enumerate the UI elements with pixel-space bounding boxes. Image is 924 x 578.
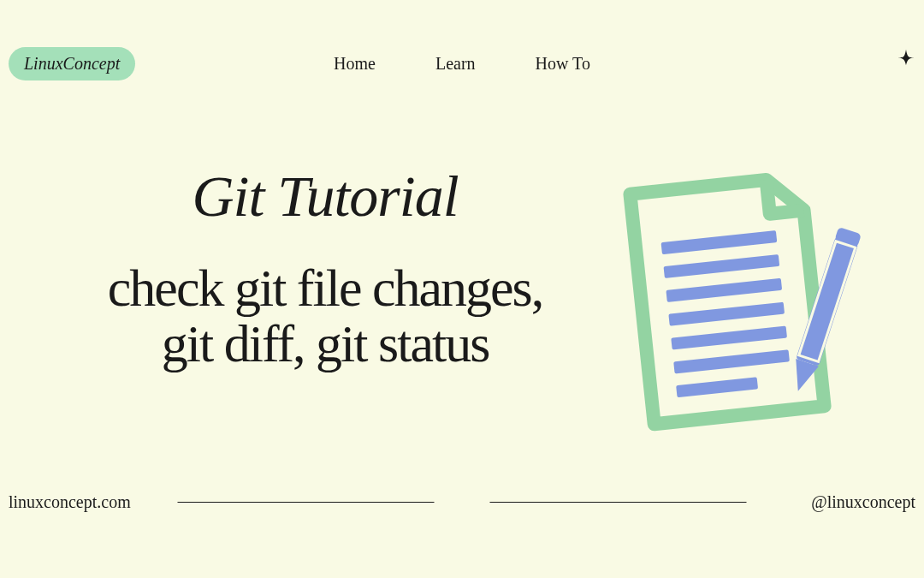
document-edit-icon [599,158,864,441]
page-title: Git Tutorial [51,163,599,230]
subtitle-line1: check git file changes, [51,260,599,316]
nav-howto[interactable]: How To [536,54,590,74]
divider-line [178,502,435,503]
logo-badge[interactable]: LinuxConcept [9,47,135,80]
nav: Home Learn How To [334,54,590,74]
footer-handle: @linuxconcept [811,492,915,512]
footer: linuxconcept.com @linuxconcept [0,492,924,512]
page-subtitle: check git file changes, git diff, git st… [51,260,599,372]
divider-line [490,502,747,503]
subtitle-line2: git diff, git status [51,316,599,372]
sparkle-icon [897,48,915,67]
nav-learn[interactable]: Learn [435,54,476,74]
header: LinuxConcept Home Learn How To [0,0,924,86]
main-content: Git Tutorial check git file changes, git… [0,86,924,441]
text-block: Git Tutorial check git file changes, git… [51,163,599,372]
footer-divider [178,502,747,503]
footer-domain: linuxconcept.com [9,492,131,512]
nav-home[interactable]: Home [334,54,376,74]
